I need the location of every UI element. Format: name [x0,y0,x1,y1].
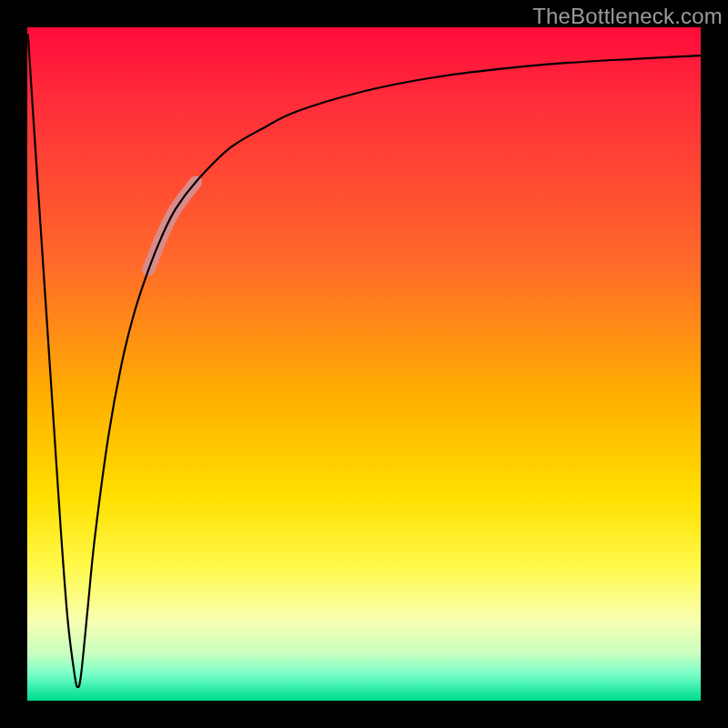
highlight-segment [148,182,196,269]
chart-frame: TheBottleneck.com [0,0,728,728]
chart-svg [27,27,701,701]
bottleneck-curve [28,34,701,687]
watermark-text: TheBottleneck.com [532,4,723,29]
